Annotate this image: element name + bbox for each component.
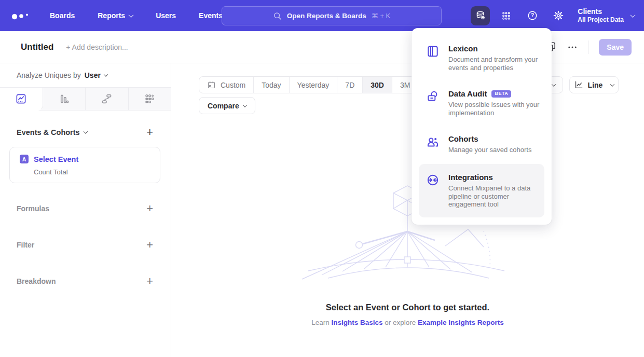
data-management-icon: [475, 10, 486, 21]
nav-reports-label: Reports: [98, 11, 125, 20]
menu-item-integrations[interactable]: Integrations Connect Mixpanel to a data …: [419, 164, 544, 217]
top-navbar: Boards Reports Users Events Open Reports…: [0, 0, 644, 31]
settings-button[interactable]: [549, 6, 568, 25]
formulas-label: Formulas: [17, 204, 49, 213]
global-search-input[interactable]: Open Reports & Boards ⌘ + K: [222, 6, 442, 25]
help-button[interactable]: ?: [523, 6, 542, 25]
explore-text: or explore: [382, 319, 418, 326]
nav-users-label: Users: [156, 11, 176, 20]
lexicon-title: Lexicon: [448, 44, 478, 53]
mixpanel-app: Boards Reports Users Events Open Reports…: [0, 0, 644, 357]
range-30d-selected[interactable]: 30D: [363, 77, 392, 93]
logo-dots: [11, 11, 30, 20]
save-button[interactable]: Save: [599, 39, 632, 56]
search-shortcut: ⌘ + K: [372, 12, 391, 20]
chevron-down-icon: [631, 12, 636, 18]
primary-nav: Boards Reports Users Events: [50, 11, 223, 20]
chart-type-label: Line: [588, 81, 603, 89]
lexicon-book-icon: [426, 45, 440, 58]
add-description-field[interactable]: + Add description...: [66, 43, 128, 51]
line-chart-icon: [574, 80, 584, 90]
lexicon-description: Document and transform your events and p…: [448, 56, 540, 72]
integrations-description: Connect Mixpanel to a data pipeline or c…: [448, 184, 537, 209]
navbar-right-cluster: ? Clients All Projec: [471, 0, 635, 31]
add-breakdown-button[interactable]: +: [146, 276, 153, 287]
data-audit-title: Data Audit: [448, 89, 487, 98]
beta-badge: BETA: [491, 90, 511, 98]
tab-flows[interactable]: [86, 88, 129, 110]
chevron-down-icon: [83, 129, 87, 133]
menu-item-cohorts[interactable]: Cohorts Manage your saved cohorts: [412, 126, 552, 163]
range-yesterday-label: Yesterday: [297, 81, 330, 89]
compare-label: Compare: [208, 102, 239, 110]
divider: [588, 40, 588, 54]
data-audit-icon: [426, 90, 440, 103]
chevron-down-icon: [552, 82, 556, 86]
range-custom-label: Custom: [221, 81, 245, 89]
select-event-button[interactable]: Select Event: [34, 155, 78, 163]
menu-item-lexicon[interactable]: Lexicon Document and transform your even…: [412, 35, 552, 80]
integrations-sync-icon: [426, 173, 440, 187]
nav-boards-label: Boards: [50, 11, 75, 20]
project-name: Clients: [578, 7, 624, 17]
compare-button[interactable]: Compare: [199, 97, 255, 114]
tab-insights-line[interactable]: [0, 88, 43, 111]
flows-tab-icon: [101, 93, 113, 105]
report-title[interactable]: Untitled: [21, 42, 53, 52]
range-yesterday[interactable]: Yesterday: [290, 77, 338, 93]
tab-bar-chart[interactable]: [43, 88, 86, 110]
add-event-button[interactable]: +: [146, 127, 153, 138]
search-placeholder: Open Reports & Boards: [287, 12, 366, 20]
more-ellipsis-icon[interactable]: [567, 42, 578, 52]
range-custom[interactable]: Custom: [199, 77, 254, 93]
chart-type-tabs: [0, 87, 171, 111]
event-card[interactable]: A Select Event Count Total: [9, 147, 160, 183]
tab-retention-grid[interactable]: [129, 88, 171, 110]
events-cohorts-title[interactable]: Events & Cohorts: [17, 128, 87, 136]
range-7d-label: 7D: [345, 81, 354, 89]
range-30d-label: 30D: [371, 81, 384, 89]
cohorts-description: Manage your saved cohorts: [448, 146, 540, 154]
learn-text: Learn: [311, 319, 331, 326]
nav-users[interactable]: Users: [156, 11, 176, 20]
count-total-dropdown[interactable]: Count Total: [34, 168, 152, 176]
report-actions: Save: [545, 31, 632, 63]
filter-section: Filter +: [0, 236, 171, 254]
empty-state-title: Select an Event or Cohort to get started…: [171, 303, 644, 312]
add-formula-button[interactable]: +: [146, 203, 153, 214]
chart-type-dropdown[interactable]: Line: [569, 76, 619, 93]
cohorts-title: Cohorts: [448, 134, 478, 143]
analyze-label: Analyze Uniques by: [17, 71, 81, 79]
apps-grid-button[interactable]: [497, 6, 516, 25]
chevron-down-icon: [610, 82, 614, 86]
search-icon: [273, 11, 282, 20]
range-7d[interactable]: 7D: [337, 77, 363, 93]
svg-text:?: ?: [531, 12, 534, 18]
breakdown-section: Breakdown +: [0, 272, 171, 290]
data-management-menu: Lexicon Document and transform your even…: [412, 28, 552, 225]
nav-boards[interactable]: Boards: [50, 11, 75, 20]
formulas-section: Formulas +: [0, 200, 171, 217]
analyze-row: Analyze Uniques by User: [0, 63, 171, 87]
data-audit-description: View possible issues with your implement…: [448, 101, 540, 117]
nav-events[interactable]: Events: [199, 11, 223, 20]
event-letter-badge: A: [20, 155, 29, 163]
range-3m-label: 3M: [400, 81, 410, 89]
menu-item-data-audit[interactable]: Data Audit BETA View possible issues wit…: [412, 80, 552, 126]
apps-grid-icon: [501, 10, 512, 21]
mixpanel-logo-icon[interactable]: [11, 6, 30, 25]
analyze-by-value: User: [85, 71, 101, 79]
analyze-by-dropdown[interactable]: User: [85, 71, 107, 79]
settings-gear-icon: [553, 10, 564, 21]
bar-chart-tab-icon: [58, 93, 70, 105]
example-reports-link[interactable]: Example Insights Reports: [418, 319, 504, 326]
cohorts-people-icon: [426, 135, 440, 148]
project-selector[interactable]: Clients All Project Data: [578, 7, 635, 24]
integrations-title: Integrations: [448, 173, 493, 182]
data-management-button[interactable]: [471, 6, 490, 25]
chevron-down-icon: [242, 103, 246, 107]
nav-reports[interactable]: Reports: [98, 11, 133, 20]
insights-basics-link[interactable]: Insights Basics: [331, 319, 382, 326]
add-filter-button[interactable]: +: [146, 239, 153, 251]
range-today[interactable]: Today: [254, 77, 289, 93]
